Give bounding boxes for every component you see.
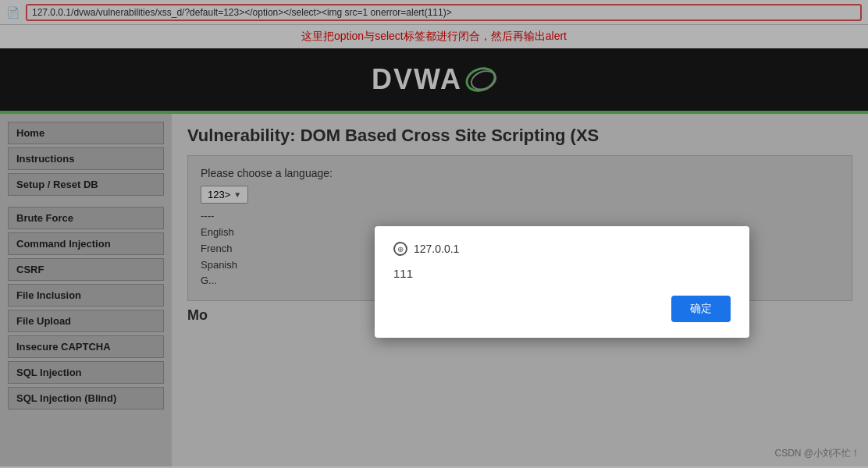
globe-icon: ⊕ — [393, 242, 407, 256]
alert-message: 111 — [393, 267, 731, 280]
alert-header: ⊕ 127.0.0.1 — [393, 242, 731, 256]
alert-overlay: ⊕ 127.0.0.1 111 确定 — [0, 0, 868, 468]
alert-footer: 确定 — [393, 296, 731, 322]
alert-dialog: ⊕ 127.0.0.1 111 确定 — [375, 226, 749, 338]
alert-host: 127.0.0.1 — [414, 243, 459, 255]
alert-ok-button[interactable]: 确定 — [671, 296, 731, 322]
